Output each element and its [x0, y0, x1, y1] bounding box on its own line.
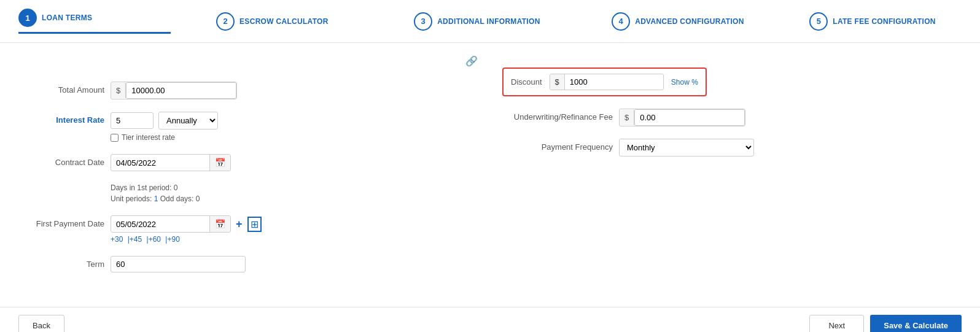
- step-5-circle: 5: [809, 12, 828, 31]
- save-calculate-button[interactable]: Save & Calculate: [870, 315, 962, 332]
- interest-rate-frequency-select[interactable]: Annually Monthly Weekly Bi-Weekly: [158, 112, 218, 129]
- first-payment-date-input[interactable]: [111, 217, 209, 232]
- total-amount-row: Total Amount $: [25, 82, 478, 99]
- add-payment-plus-icon[interactable]: +: [236, 218, 243, 231]
- footer-right: Next Save & Calculate: [809, 315, 962, 332]
- quick-links: +30 |+45 |+60 |+90: [111, 235, 262, 244]
- payment-frequency-select[interactable]: Monthly Weekly Bi-Weekly Semi-Monthly Qu…: [619, 139, 754, 156]
- step-1-label: LOAN TERMS: [42, 14, 92, 22]
- tier-interest-checkbox[interactable]: [111, 134, 119, 142]
- step-2[interactable]: 2 ESCROW CALCULATOR: [216, 12, 368, 31]
- total-amount-input-group: $: [111, 82, 237, 99]
- unit-periods-prefix: Unit periods:: [111, 195, 154, 203]
- add-payment-grid-icon[interactable]: ⊞: [247, 217, 262, 232]
- discount-box: Discount $ Show %: [502, 68, 707, 96]
- discount-input[interactable]: [565, 74, 663, 90]
- interest-rate-field-group: Annually Monthly Weekly Bi-Weekly Tier i…: [111, 112, 218, 142]
- step-5[interactable]: 5 LATE FEE CONFIGURATION: [809, 12, 962, 31]
- tier-interest-label: Tier interest rate: [122, 133, 175, 142]
- back-button[interactable]: Back: [18, 315, 64, 332]
- step-1-circle: 1: [18, 9, 37, 27]
- step-2-circle: 2: [216, 12, 235, 31]
- contract-date-input-group: 📅: [111, 154, 231, 171]
- first-payment-calendar-icon[interactable]: 📅: [209, 216, 230, 232]
- payment-frequency-label: Payment Frequency: [502, 139, 613, 152]
- discount-label: Discount: [511, 77, 542, 87]
- stepper: 1 LOAN TERMS 2 ESCROW CALCULATOR 3 ADDIT…: [0, 0, 980, 43]
- step-4[interactable]: 4 ADVANCED CONFIGURATION: [612, 12, 764, 31]
- underwriting-input[interactable]: [634, 109, 745, 126]
- quick-link-90[interactable]: |+90: [165, 235, 179, 244]
- next-button[interactable]: Next: [809, 315, 864, 332]
- main-content: 🔗 Total Amount $ Interest Rate Annually …: [0, 43, 980, 307]
- step-3[interactable]: 3 ADDITIONAL INFORMATION: [414, 12, 566, 31]
- step-5-label: LATE FEE CONFIGURATION: [833, 17, 935, 26]
- payment-frequency-row: Payment Frequency Monthly Weekly Bi-Week…: [502, 139, 955, 156]
- term-label: Term: [25, 256, 104, 269]
- first-payment-date-row: First Payment Date 📅 + ⊞ +30 |+45 |+60 |…: [25, 215, 478, 244]
- underwriting-row: Underwriting/Refinance Fee $: [502, 109, 955, 126]
- underwriting-currency: $: [620, 110, 634, 125]
- step-1[interactable]: 1 LOAN TERMS: [18, 9, 171, 34]
- contract-date-calendar-icon[interactable]: 📅: [209, 155, 230, 171]
- step-2-label: ESCROW CALCULATOR: [239, 17, 329, 26]
- tier-interest-row: Tier interest rate: [111, 133, 218, 142]
- quick-link-30[interactable]: +30: [111, 235, 123, 244]
- total-amount-input[interactable]: [126, 82, 236, 99]
- contract-date-input[interactable]: [111, 155, 209, 171]
- days-first-period: Days in 1st period: 0: [111, 183, 478, 192]
- interest-rate-input-group: Annually Monthly Weekly Bi-Weekly: [111, 112, 218, 129]
- step-4-label: ADVANCED CONFIGURATION: [635, 17, 744, 26]
- term-row: Term: [25, 256, 478, 272]
- discount-currency: $: [550, 74, 565, 90]
- total-amount-currency: $: [111, 83, 126, 98]
- left-panel: 🔗 Total Amount $ Interest Rate Annually …: [25, 55, 478, 295]
- contract-date-label: Contract Date: [25, 154, 104, 167]
- footer: Back Next Save & Calculate: [0, 307, 980, 332]
- contract-date-row: Contract Date 📅: [25, 154, 478, 171]
- quick-link-45[interactable]: |+45: [128, 235, 142, 244]
- step-3-circle: 3: [414, 12, 432, 31]
- first-payment-date-label: First Payment Date: [25, 215, 104, 228]
- step-3-label: ADDITIONAL INFORMATION: [437, 17, 540, 26]
- period-info-group: Days in 1st period: 0 Unit periods: 1 Od…: [25, 183, 478, 203]
- discount-row: Discount $ Show %: [502, 68, 955, 96]
- discount-input-group: $: [550, 74, 664, 90]
- unit-periods-suffix: Odd days: 0: [158, 195, 200, 203]
- underwriting-input-group: $: [619, 109, 745, 126]
- interest-rate-input[interactable]: [111, 112, 154, 129]
- show-pct-link[interactable]: Show %: [671, 78, 698, 87]
- quick-link-60[interactable]: |+60: [147, 235, 161, 244]
- underwriting-label: Underwriting/Refinance Fee: [502, 109, 613, 122]
- interest-rate-label: Interest Rate: [25, 112, 104, 125]
- step-4-circle: 4: [612, 12, 630, 31]
- link-icon[interactable]: 🔗: [25, 55, 478, 67]
- interest-rate-row: Interest Rate Annually Monthly Weekly Bi…: [25, 112, 478, 142]
- total-amount-label: Total Amount: [25, 82, 104, 95]
- first-payment-input-row: 📅 + ⊞: [111, 215, 262, 233]
- first-payment-field-group: 📅 + ⊞ +30 |+45 |+60 |+90: [111, 215, 262, 244]
- first-payment-date-input-group: 📅: [111, 215, 231, 233]
- term-input[interactable]: [111, 256, 246, 272]
- right-panel: Discount $ Show % Underwriting/Refinance…: [502, 55, 955, 295]
- unit-periods: Unit periods: 1 Odd days: 0: [111, 195, 478, 203]
